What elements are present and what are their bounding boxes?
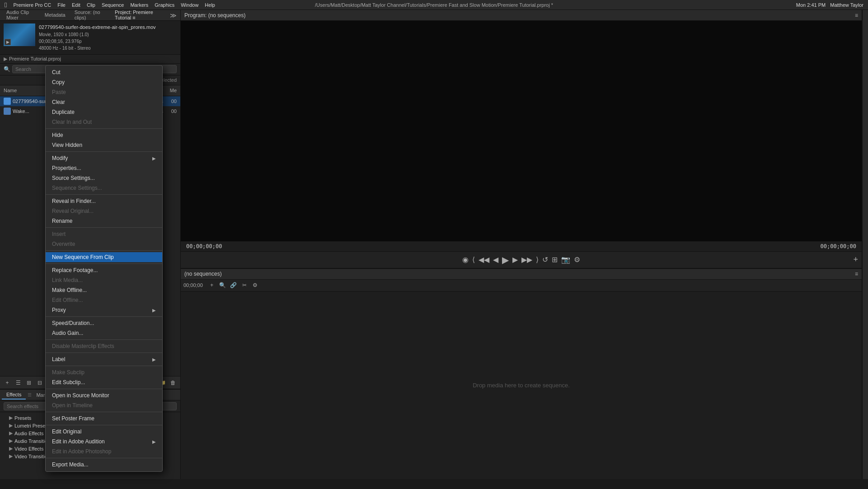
ctx-new-sequence[interactable]: New Sequence From Clip [46, 252, 162, 262]
freeform-btn[interactable]: ⊟ [35, 378, 44, 387]
btn-safe-margins[interactable]: ⊞ [552, 255, 558, 264]
btn-step-back[interactable]: ◀◀ [479, 255, 489, 264]
icon-view-btn[interactable]: ⊞ [24, 378, 33, 387]
effects-tab-effects[interactable]: Effects [2, 390, 26, 400]
tab-metadata[interactable]: Metadata [40, 11, 70, 20]
ctx-label: Insert [52, 231, 66, 237]
tab-project[interactable]: Project: Premiere Tutorial ≡ [110, 8, 168, 23]
ctx-submenu-arrow: ▶ [152, 357, 156, 362]
ctx-source-settings[interactable]: Source Settings... [46, 173, 162, 183]
settings-btn[interactable]: ⚙ [251, 281, 260, 290]
mac-time: Mon 2:41 PM [796, 2, 826, 8]
filepath: /Users/Matt/Desktop/Matt Taylor Channel/… [315, 2, 553, 8]
ctx-reveal-original: Reveal Original... [46, 206, 162, 216]
ctx-audio-gain[interactable]: Audio Gain... [46, 328, 162, 338]
menu-clip[interactable]: Clip [87, 2, 95, 8]
ctx-edit-subclip[interactable]: Edit Subclip... [46, 377, 162, 387]
btn-out[interactable]: ⟩ [536, 255, 539, 264]
menu-sequence[interactable]: Sequence [102, 2, 124, 8]
file-icon [4, 98, 11, 105]
timeline-timecode: 00;00;00 [183, 282, 203, 288]
ctx-label: Edit Original [52, 428, 81, 435]
ctx-label: Replace Footage... [52, 267, 98, 273]
ctx-label: Cut [52, 69, 61, 75]
ctx-label: Properties... [52, 165, 81, 171]
ctx-label: Open in Timeline [52, 402, 93, 409]
tab-audio-clip-mixer[interactable]: Audio Clip Mixer [2, 8, 40, 23]
ctx-sep-1 [46, 128, 162, 129]
ctx-sep-8 [46, 339, 162, 340]
ctx-modify[interactable]: Modify▶ [46, 153, 162, 163]
btn-add-marker[interactable]: ◉ [462, 255, 469, 264]
ctx-hide[interactable]: Hide [46, 130, 162, 140]
snap-btn[interactable]: 🔍 [218, 281, 227, 290]
menu-window[interactable]: Window [181, 2, 198, 8]
menu-file[interactable]: File [57, 2, 66, 8]
menu-edit[interactable]: Edit [72, 2, 80, 8]
ctx-open-source-monitor[interactable]: Open in Source Monitor [46, 390, 162, 400]
ctx-copy[interactable]: Copy [46, 77, 162, 87]
monitor-timecodes: 00;00;00;00 00;00;00;00 [181, 241, 862, 251]
ctx-label: New Sequence From Clip [52, 254, 114, 260]
monitor-add-btn[interactable]: + [853, 255, 858, 264]
ctx-reveal-finder[interactable]: Reveal in Finder... [46, 196, 162, 206]
ctx-export-media[interactable]: Export Media... [46, 460, 162, 470]
delete-btn[interactable]: 🗑 [169, 378, 178, 387]
ctx-rename[interactable]: Rename [46, 216, 162, 226]
drop-text: Drop media here to create sequence. [473, 382, 570, 389]
ctx-clear[interactable]: Clear [46, 97, 162, 107]
ctx-speed-duration[interactable]: Speed/Duration... [46, 318, 162, 328]
ctx-proxy[interactable]: Proxy▶ [46, 305, 162, 315]
ctx-label: Export Media... [52, 461, 89, 468]
list-view-btn[interactable]: ☰ [14, 378, 23, 387]
ctx-label: Disable Masterclip Effects [52, 343, 114, 349]
btn-settings[interactable]: ⚙ [574, 255, 580, 264]
ctx-edit-original[interactable]: Edit Original [46, 427, 162, 437]
link-btn[interactable]: 🔗 [229, 281, 238, 290]
ctx-replace-footage[interactable]: Replace Footage... [46, 265, 162, 275]
btn-in[interactable]: ⟨ [472, 255, 475, 264]
panel-menu-btn[interactable]: ≫ [168, 12, 178, 19]
btn-next-frame[interactable]: ▶ [512, 255, 518, 264]
ctx-make-offline[interactable]: Make Offline... [46, 285, 162, 295]
ctx-sep-5 [46, 250, 162, 251]
razor-btn[interactable]: ✂ [240, 281, 249, 290]
app-name[interactable]: Premiere Pro CC [13, 2, 51, 8]
menu-graphics[interactable]: Graphics [155, 2, 174, 8]
timecode-left: 00;00;00;00 [186, 243, 222, 249]
ctx-set-poster[interactable]: Set Poster Frame [46, 414, 162, 423]
btn-loop[interactable]: ↺ [542, 255, 548, 264]
btn-export-frame[interactable]: 📷 [561, 255, 570, 264]
apple-menu[interactable]:  [5, 1, 7, 9]
ctx-sep-11 [46, 389, 162, 389]
ctx-label[interactable]: Label▶ [46, 354, 162, 364]
panel-tabs: Audio Clip Mixer Metadata Source: (no cl… [0, 10, 180, 21]
ctx-label: Speed/Duration... [52, 320, 94, 326]
ctx-label: Clear [52, 99, 65, 105]
btn-play[interactable]: ▶ [502, 254, 509, 265]
effects-label: Video Effects [14, 446, 43, 451]
ctx-duplicate[interactable]: Duplicate [46, 107, 162, 117]
timeline-menu-btn[interactable]: ≡ [855, 271, 858, 277]
ctx-edit-audition[interactable]: Edit in Adobe Audition▶ [46, 437, 162, 447]
btn-prev-frame[interactable]: ◀ [493, 255, 498, 264]
add-track-btn[interactable]: + [207, 281, 216, 290]
ctx-view-hidden[interactable]: View Hidden [46, 140, 162, 150]
ctx-sequence-settings: Sequence Settings... [46, 183, 162, 193]
menu-help[interactable]: Help [205, 2, 215, 8]
ctx-cut[interactable]: Cut [46, 67, 162, 77]
play-icon[interactable]: ▶ [5, 39, 11, 45]
ctx-sep-14 [46, 458, 162, 458]
ctx-label: Reveal Original... [52, 208, 94, 214]
ctx-paste: Paste [46, 87, 162, 97]
new-item-btn[interactable]: + [3, 378, 12, 387]
btn-step-fwd[interactable]: ▶▶ [521, 255, 532, 264]
effects-label: Presets [14, 415, 31, 421]
monitor-menu-btn[interactable]: ≡ [855, 12, 858, 19]
ctx-sep-6 [46, 263, 162, 264]
monitor-content [181, 21, 862, 241]
ctx-overwrite: Overwrite [46, 239, 162, 249]
tab-source[interactable]: Source: (no clips) [70, 8, 110, 23]
menu-markers[interactable]: Markers [130, 2, 148, 8]
ctx-properties[interactable]: Properties... [46, 163, 162, 173]
